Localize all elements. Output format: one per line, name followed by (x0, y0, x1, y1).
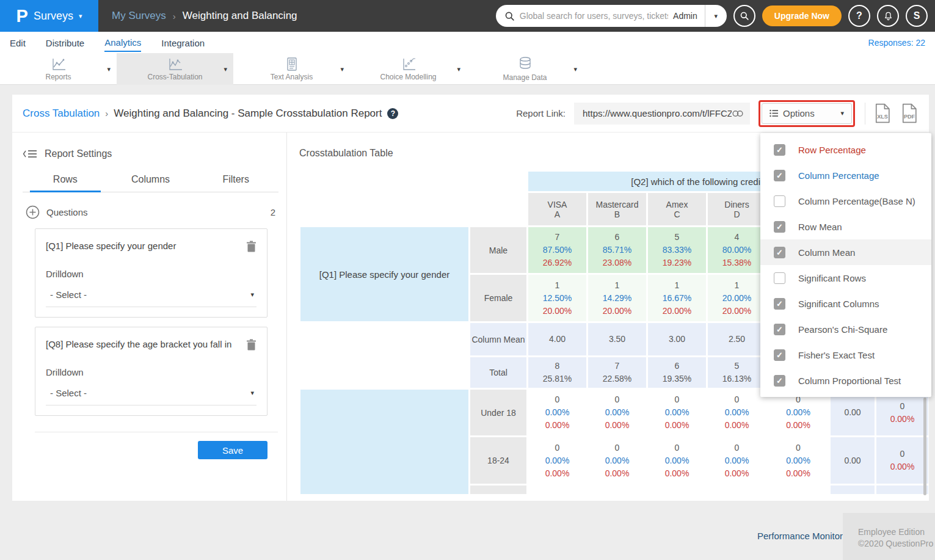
caret-down-icon[interactable]: ▾ (107, 65, 111, 73)
report-help-icon[interactable]: ? (387, 108, 398, 119)
table-cell: 114.29%20.00% (588, 275, 646, 321)
table-cell: 00.00%0.00% (588, 437, 646, 484)
table-cell: 4.00 (528, 323, 586, 355)
search-button[interactable] (733, 5, 755, 27)
toolbar-text-analysis[interactable]: Text Analysis ▾ (233, 53, 350, 85)
table-cell: 112.50%20.00% (528, 275, 586, 321)
option-column-mean[interactable]: Column Mean (760, 239, 931, 265)
column-header-diners: DinersD (708, 193, 766, 225)
collapse-panel-icon[interactable] (23, 149, 37, 159)
table-scrollbar[interactable] (923, 398, 926, 495)
checkbox[interactable] (774, 247, 785, 258)
toolbar-choice-modelling[interactable]: Choice Modelling ▾ (350, 53, 467, 85)
toolbar-cross-tabulation-label: Cross-Tabulation (147, 73, 202, 81)
delete-question-icon[interactable] (246, 339, 256, 351)
toolbar-manage-data[interactable]: Manage Data ▾ (467, 53, 583, 85)
caret-down-icon: ▾ (840, 109, 844, 117)
option-pearsons-chi-square[interactable]: Pearson's Chi-Square (760, 316, 931, 342)
tab-rows[interactable]: Rows (23, 174, 108, 192)
caret-down-icon[interactable]: ▾ (457, 65, 460, 73)
toolbar-cross-tabulation[interactable]: Cross-Tabulation ▾ (117, 53, 233, 85)
drilldown-select[interactable]: - Select - ▾ (46, 289, 256, 307)
edition-info: Employee Edition ©2020 QuestionPro (843, 513, 935, 560)
option-row-mean[interactable]: Row Mean (760, 214, 931, 239)
options-button[interactable]: Options ▾ (762, 103, 852, 124)
svg-text:XLS: XLS (877, 114, 888, 120)
export-xls-icon[interactable]: XLS (874, 103, 891, 123)
question-card-q1: [Q1] Please specify your gender Drilldow… (35, 228, 267, 318)
performance-monitor-link[interactable]: Performance Monitor (757, 531, 843, 541)
nav-distribute[interactable]: Distribute (46, 34, 84, 51)
delete-question-icon[interactable] (246, 241, 256, 253)
add-question-icon[interactable] (26, 205, 40, 219)
option-column-proportional-test[interactable]: Column Proportional Test (760, 368, 931, 393)
search-input[interactable] (515, 11, 673, 21)
table-cell: 00.00%0.00% (708, 437, 766, 484)
tab-columns[interactable]: Columns (108, 174, 194, 192)
table-cell: 3.50 (588, 323, 646, 355)
export-pdf-icon[interactable]: PDF (901, 103, 918, 123)
table-cell: 00.00%0.00% (768, 437, 829, 484)
help-button[interactable]: ? (848, 5, 870, 27)
caret-down-icon[interactable]: ▾ (224, 65, 227, 73)
table-cell: 480.00%15.38% (708, 227, 766, 273)
option-row-percentage[interactable]: Row Percentage (760, 137, 931, 162)
report-settings-title: Report Settings (45, 148, 112, 159)
table-cell: 722.58% (588, 357, 646, 388)
nav-integration[interactable]: Integration (161, 34, 205, 51)
notifications-button[interactable] (877, 5, 899, 27)
column-header-visa: VISAA (528, 193, 586, 225)
row-label-total: Total (470, 357, 526, 388)
checkbox[interactable] (774, 272, 785, 284)
table-cell: 825.81% (528, 357, 586, 388)
checkbox[interactable] (774, 349, 785, 361)
header-actions: Admin ▾ Upgrade Now ? S (496, 5, 935, 27)
table-cell: 583.33%19.23% (648, 227, 706, 273)
checkbox[interactable] (774, 144, 785, 156)
tab-filters[interactable]: Filters (193, 174, 278, 192)
checkbox[interactable] (774, 375, 785, 387)
option-fishers-exact-test[interactable]: Fisher's Exact Test (760, 342, 931, 368)
nav-edit[interactable]: Edit (10, 34, 26, 51)
product-switcher[interactable]: P Surveys ▾ (0, 0, 98, 32)
save-button[interactable]: Save (198, 441, 267, 459)
table-cell: 00.00%0.00% (528, 390, 586, 435)
option-column-percentage[interactable]: Column Percentage (760, 162, 931, 188)
row-label-column-mean: Column Mean (470, 323, 526, 355)
toolbar-reports[interactable]: Reports ▾ (0, 53, 117, 85)
row-label-female: Female (470, 275, 526, 321)
caret-down-icon[interactable]: ▾ (340, 65, 344, 73)
table-cell: 00.00%0.00% (648, 437, 706, 484)
search-scope-dropdown[interactable]: ▾ (705, 5, 727, 27)
drilldown-select[interactable]: - Select - ▾ (46, 388, 256, 405)
caret-down-icon[interactable]: ▾ (573, 65, 577, 73)
checkbox[interactable] (774, 195, 785, 207)
search-icon (740, 11, 749, 21)
cross-tabulation-link[interactable]: Cross Tabulation (23, 107, 100, 120)
report-url-box[interactable]: https://www.questionpro.com/t/lFFCZg (574, 103, 750, 125)
option-significant-rows[interactable]: Significant Rows (760, 265, 931, 291)
avatar-initial: S (914, 10, 920, 21)
svg-text:PDF: PDF (904, 114, 915, 120)
drilldown-label: Drilldown (46, 367, 256, 377)
table-cell: 516.13% (708, 357, 766, 388)
upgrade-now-button[interactable]: Upgrade Now (762, 5, 842, 26)
line-chart-icon (51, 57, 67, 71)
option-column-percentage-base-n[interactable]: Column Percentage(Base N) (760, 188, 931, 214)
breadcrumb-my-surveys[interactable]: My Surveys (112, 10, 166, 22)
nav-analytics[interactable]: Analytics (104, 33, 141, 52)
user-avatar[interactable]: S (906, 5, 928, 27)
option-label: Column Percentage(Base N) (798, 196, 915, 206)
settings-tabs: Rows Columns Filters (23, 174, 278, 192)
checkbox[interactable] (774, 298, 785, 310)
checkbox[interactable] (774, 170, 785, 181)
report-title: Weighting and Balancing - Sample Crossta… (114, 107, 382, 120)
checkbox[interactable] (774, 221, 785, 233)
table-cell: 2.50 (708, 323, 766, 355)
row-label-clipped (470, 485, 526, 494)
row-label-male: Male (470, 227, 526, 273)
checkbox[interactable] (774, 324, 785, 335)
table-cell: 00.00%0.00% (528, 437, 586, 484)
top-header-bar: P Surveys ▾ My Surveys › Weighting and B… (0, 0, 935, 32)
option-significant-columns[interactable]: Significant Columns (760, 291, 931, 316)
